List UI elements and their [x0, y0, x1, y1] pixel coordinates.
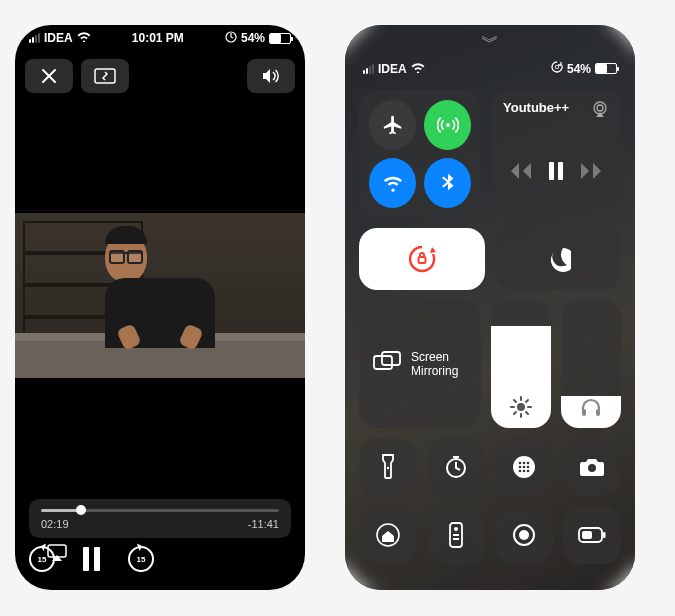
pause-button[interactable]	[549, 162, 563, 180]
aspect-toggle-button[interactable]	[81, 59, 129, 93]
svg-point-13	[387, 467, 389, 469]
svg-point-16	[519, 462, 522, 465]
connectivity-tile	[359, 90, 481, 218]
rotation-lock-indicator-icon	[551, 61, 563, 76]
elapsed-time: 02:19	[41, 518, 69, 530]
svg-rect-11	[582, 409, 586, 416]
orientation-lock-toggle[interactable]	[359, 228, 485, 290]
rewind-button[interactable]	[503, 163, 527, 179]
airplane-mode-toggle[interactable]	[369, 100, 416, 150]
timer-button[interactable]	[427, 438, 485, 496]
camera-button[interactable]	[563, 438, 621, 496]
svg-point-18	[527, 462, 530, 465]
player-bottom-controls: 02:19 -11:41 15 15	[15, 489, 305, 590]
screen-record-button[interactable]	[495, 506, 553, 564]
svg-point-28	[454, 527, 458, 531]
calculator-button[interactable]	[495, 438, 553, 496]
svg-rect-12	[596, 409, 600, 416]
signal-icon	[29, 33, 40, 43]
svg-point-22	[519, 470, 522, 473]
cellular-data-toggle[interactable]	[424, 100, 471, 150]
low-power-mode-button[interactable]	[563, 506, 621, 564]
rotation-indicator-icon	[225, 31, 237, 46]
screen-mirroring-icon	[373, 351, 401, 376]
status-bar: IDEA 10:01 PM 54%	[15, 25, 305, 51]
control-center-screen: ︾ IDEA 54%	[345, 25, 635, 590]
volume-slider[interactable]	[561, 300, 621, 428]
svg-rect-8	[374, 356, 392, 369]
carrier-label: IDEA	[44, 31, 73, 45]
bluetooth-toggle[interactable]	[424, 158, 471, 208]
screen-mirroring-label: Screen Mirroring	[411, 350, 467, 379]
headphones-icon	[561, 396, 621, 418]
svg-point-4	[445, 123, 449, 127]
close-button[interactable]	[25, 59, 73, 93]
status-bar: IDEA 54%	[359, 55, 621, 90]
volume-button[interactable]	[247, 59, 295, 93]
wifi-icon	[77, 31, 91, 45]
do-not-disturb-toggle[interactable]	[495, 228, 621, 290]
skip-forward-15-button[interactable]: 15	[128, 546, 154, 572]
airplay-audio-icon[interactable]	[591, 100, 609, 122]
home-button[interactable]	[359, 506, 417, 564]
svg-point-25	[588, 464, 596, 472]
svg-rect-9	[382, 352, 400, 365]
wifi-toggle[interactable]	[369, 158, 416, 208]
now-playing-title: Youtube++	[503, 100, 569, 115]
svg-rect-30	[453, 538, 459, 540]
video-player-screen: IDEA 10:01 PM 54%	[15, 25, 305, 590]
flashlight-button[interactable]	[359, 438, 417, 496]
battery-icon	[269, 33, 291, 44]
clock: 10:01 PM	[132, 31, 184, 45]
brightness-slider[interactable]	[491, 300, 551, 428]
seek-bar[interactable]	[41, 509, 279, 512]
skip-back-15-button[interactable]: 15	[29, 546, 55, 572]
brightness-icon	[491, 396, 551, 418]
collapse-chevron-icon[interactable]: ︾	[359, 37, 621, 55]
svg-rect-34	[603, 532, 606, 538]
seek-bar-container: 02:19 -11:41	[29, 499, 291, 538]
svg-rect-3	[555, 66, 558, 69]
svg-point-20	[523, 466, 526, 469]
pause-button[interactable]	[83, 547, 100, 571]
svg-rect-29	[453, 534, 459, 536]
now-playing-tile[interactable]: Youtube++	[491, 90, 621, 218]
svg-point-6	[597, 105, 603, 111]
remote-button[interactable]	[427, 506, 485, 564]
svg-point-32	[519, 530, 529, 540]
battery-icon	[595, 63, 617, 74]
fast-forward-button[interactable]	[585, 163, 609, 179]
svg-point-24	[527, 470, 530, 473]
video-thumbnail	[15, 213, 305, 378]
svg-point-17	[523, 462, 526, 465]
svg-point-23	[523, 470, 526, 473]
player-top-controls	[15, 51, 305, 101]
remaining-time: -11:41	[248, 518, 279, 530]
screen-mirroring-button[interactable]: Screen Mirroring	[359, 300, 481, 428]
carrier-label: IDEA	[378, 62, 407, 76]
video-frame[interactable]	[15, 101, 305, 489]
svg-point-10	[517, 403, 525, 411]
svg-rect-7	[419, 257, 426, 263]
battery-pct: 54%	[567, 62, 591, 76]
wifi-icon	[411, 62, 425, 76]
svg-point-21	[527, 466, 530, 469]
battery-pct: 54%	[241, 31, 265, 45]
svg-rect-35	[582, 531, 592, 539]
svg-point-19	[519, 466, 522, 469]
signal-icon	[363, 64, 374, 74]
